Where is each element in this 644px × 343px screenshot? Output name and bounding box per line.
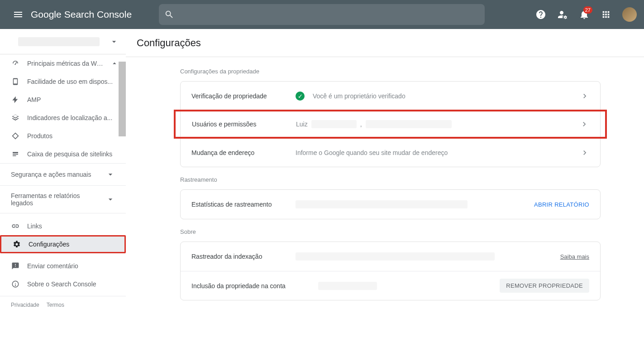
row-users-permissions[interactable]: Usuários e permissões Luiz , [174,110,607,139]
redacted-text [318,282,377,290]
row-change-address[interactable]: Mudança de endereço Informe o Google qua… [181,138,600,167]
sidebar-item-label: Links [27,222,42,230]
sidebar-item-settings[interactable]: Configurações [0,235,126,253]
row-label: Mudança de endereço [191,149,296,156]
page-title: Configurações [126,29,644,57]
sidebar-item-amp[interactable]: AMP [0,91,126,109]
sidebar-group-legacy[interactable]: Ferramentas e relatórios legados [0,185,126,213]
privacy-link[interactable]: Privacidade [11,302,39,308]
sidebar-item-label: Caixa de pesquisa de sitelinks [27,150,112,158]
info-icon [11,280,20,288]
sidebar-group-label: Ferramentas e relatórios legados [11,192,92,207]
sidebar-item-feedback[interactable]: Enviar comentário [0,257,126,275]
sidebar-item-label: Configurações [29,241,69,248]
open-report-button[interactable]: ABRIR RELATÓRIO [534,201,589,208]
feedback-icon [11,262,20,270]
remove-property-button[interactable]: REMOVER PROPRIEDADE [500,279,589,293]
sidebar: Principais métricas da Web Facilidade de… [0,29,126,343]
check-circle-icon: ✓ [296,92,305,101]
sidebar-item-breadcrumbs[interactable]: Indicadores de localização a... [0,109,126,127]
row-property-inclusion[interactable]: Inclusão da propriedade na conta REMOVER… [181,271,600,300]
sidebar-item-about[interactable]: Sobre o Search Console [0,275,126,293]
section-label-crawl: Rastreamento [180,176,601,183]
caret-down-icon [110,37,119,46]
chevron-right-icon [580,92,589,101]
menu-button[interactable] [7,4,29,25]
row-label: Rastreador da indexação [191,253,296,260]
layers-icon [11,114,20,122]
apps-grid-icon [601,10,611,19]
sidebar-item-label: Indicadores de localização a... [27,114,112,121]
sidebar-item-sitelinks[interactable]: Caixa de pesquisa de sitelinks [0,145,126,163]
sidebar-item-usability[interactable]: Facilidade de uso em dispos... [0,72,126,91]
chevron-right-icon [580,148,589,157]
row-ownership-verification[interactable]: Verificação de propriedade ✓ Você é um p… [181,82,600,111]
sidebar-item-products[interactable]: Produtos [0,127,126,145]
section-label-about: Sobre [180,228,601,235]
learn-more-link[interactable]: Saiba mais [560,253,589,260]
property-selector[interactable] [0,29,126,54]
sidebar-footer: Privacidade Termos [0,296,126,314]
sidebar-item-web-vitals[interactable]: Principais métricas da Web [0,54,126,72]
logo[interactable]: Google Search Console [31,9,132,20]
person-gear-icon [557,9,568,20]
avatar[interactable] [622,7,637,22]
search-box-icon [11,150,20,158]
sidebar-item-label: AMP [27,96,41,103]
property-name-redacted [18,37,100,46]
about-card: Rastreador da indexação Saiba mais Inclu… [180,242,601,300]
chevron-right-icon [580,120,589,129]
search-input[interactable] [159,4,485,25]
sidebar-group-security[interactable]: Segurança e ações manuais [0,163,126,185]
phone-icon [11,77,20,86]
app-header: Google Search Console 27 [0,0,644,29]
search-icon [164,10,174,19]
bolt-icon [11,96,20,104]
row-label: Usuários e permissões [192,121,296,128]
sidebar-item-links[interactable]: Links [0,217,126,235]
row-label: Verificação de propriedade [191,92,296,100]
row-index-crawler[interactable]: Rastreador da indexação Saiba mais [181,242,600,271]
redacted-text [296,200,467,208]
row-value: Luiz [296,121,308,128]
redacted-text [366,120,452,128]
header-actions: 27 [532,5,637,24]
links-icon [11,222,20,230]
section-label-property: Configurações da propriedade [180,68,601,75]
diamond-icon [11,132,20,140]
sidebar-item-label: Facilidade de uso em dispos... [27,78,113,85]
account-settings-button[interactable] [553,5,572,24]
sidebar-item-label: Sobre o Search Console [27,280,96,288]
apps-button[interactable] [597,5,615,24]
caret-up-icon [110,59,119,68]
logo-product: Search Console [64,9,132,20]
gauge-icon [11,59,20,68]
hamburger-icon [13,9,24,20]
help-button[interactable] [532,5,550,24]
redacted-text [296,252,495,261]
main-content: Configurações Configurações da proprieda… [126,29,644,343]
row-value: Informe o Google quando seu site mudar d… [296,149,448,156]
crawl-card: Estatísticas de rastreamento ABRIR RELAT… [180,189,601,219]
help-icon [535,9,546,20]
sidebar-item-label: Produtos [27,132,52,140]
row-crawl-stats[interactable]: Estatísticas de rastreamento ABRIR RELAT… [181,190,600,219]
notification-badge: 27 [583,6,592,14]
property-settings-card: Verificação de propriedade ✓ Você é um p… [180,81,601,167]
sidebar-item-label: Principais métricas da Web [27,60,103,67]
row-label: Inclusão da propriedade na conta [191,282,318,290]
notifications-button[interactable]: 27 [575,5,593,24]
redacted-text [311,120,357,128]
sidebar-group-label: Segurança e ações manuais [11,171,91,178]
scrollbar[interactable] [119,62,126,136]
chevron-down-icon [106,170,115,179]
gear-icon [12,240,21,248]
row-label: Estatísticas de rastreamento [191,201,296,208]
logo-google: Google [31,9,62,20]
chevron-down-icon [106,195,115,204]
row-value: Você é um proprietário verificado [313,92,405,100]
terms-link[interactable]: Termos [47,302,64,308]
sidebar-item-label: Enviar comentário [27,262,78,270]
